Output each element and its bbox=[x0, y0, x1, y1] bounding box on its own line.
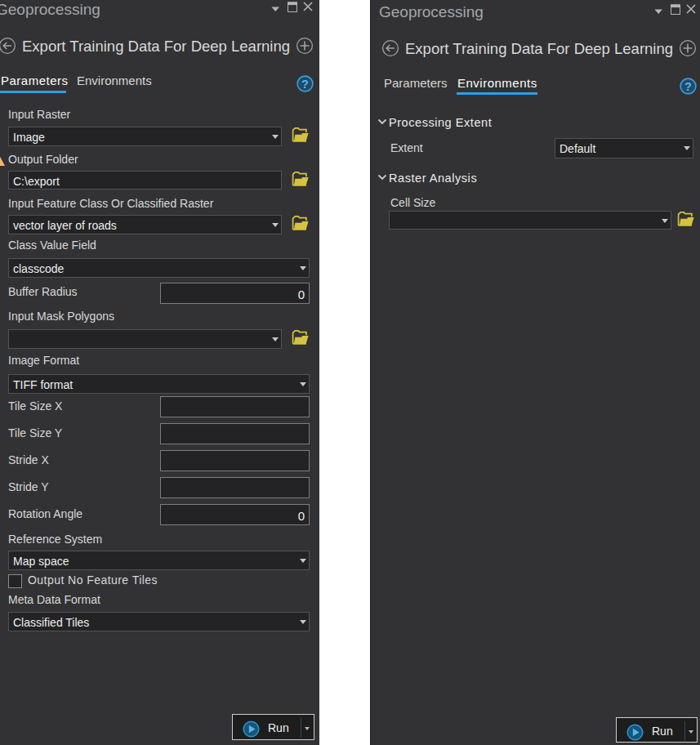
svg-text:?: ? bbox=[684, 80, 692, 93]
svg-text:?: ? bbox=[301, 78, 309, 91]
